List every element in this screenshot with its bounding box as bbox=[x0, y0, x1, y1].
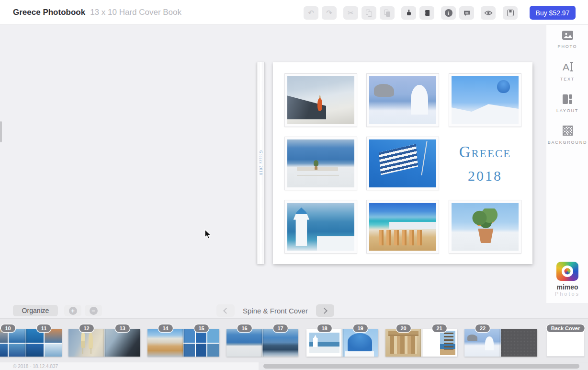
paste-button[interactable] bbox=[380, 6, 395, 20]
remove-pages-button[interactable]: − bbox=[85, 305, 102, 316]
spread-22[interactable]: 22 bbox=[464, 329, 537, 357]
page-badge: 21 bbox=[432, 324, 446, 332]
brand-sub: Photos bbox=[546, 291, 588, 297]
spread-16-17[interactable]: 16 17 bbox=[226, 329, 298, 357]
page-badge: 11 bbox=[37, 324, 51, 332]
spread-18-19[interactable]: 18 19 bbox=[306, 329, 378, 357]
tool-layout[interactable]: LAYOUT bbox=[546, 94, 588, 113]
book-spine[interactable]: Greece 2018 bbox=[257, 62, 265, 264]
style-group bbox=[401, 6, 434, 20]
page-badge: 22 bbox=[475, 324, 490, 332]
spread-gutter bbox=[102, 329, 106, 357]
copy-icon bbox=[366, 10, 372, 17]
page-badge: 20 bbox=[396, 324, 410, 332]
photobook-editor-window: Greece Photobook 13 x 10 Hard Cover Book… bbox=[0, 0, 588, 370]
horizontal-scrollbar-thumb[interactable] bbox=[263, 364, 579, 369]
undo-icon: ↶ bbox=[308, 10, 314, 17]
chevron-right-icon bbox=[321, 308, 328, 314]
page-thumb-back-cover bbox=[546, 329, 585, 357]
page-badge: 16 bbox=[237, 324, 251, 332]
page-thumb-20 bbox=[385, 329, 421, 357]
project-title: Greece Photobook bbox=[13, 8, 85, 17]
cover-photo-slot[interactable] bbox=[366, 73, 439, 127]
layout-icon bbox=[563, 94, 572, 104]
spread-12-13[interactable]: 12 13 bbox=[68, 329, 140, 357]
page-badge: 12 bbox=[79, 324, 93, 332]
spread-gutter bbox=[260, 329, 264, 357]
photo-icon bbox=[562, 31, 573, 40]
page-thumb-22 bbox=[464, 329, 501, 357]
save-icon bbox=[507, 10, 514, 16]
page-thumb-21 bbox=[421, 329, 457, 357]
next-page-button[interactable] bbox=[316, 304, 334, 317]
page-thumb-inside-back bbox=[501, 329, 537, 357]
photo-greek-flag bbox=[369, 139, 436, 187]
cover-photo-slot[interactable] bbox=[449, 200, 521, 254]
redo-button[interactable]: ↷ bbox=[322, 6, 337, 20]
spread-20-21[interactable]: 20 21 bbox=[385, 329, 457, 357]
page-thumb-10 bbox=[0, 329, 26, 357]
info-icon: i bbox=[445, 9, 452, 17]
status-footer: © 2018 - 18.12.4.837 bbox=[0, 362, 588, 370]
brand-name: mimeo bbox=[546, 283, 588, 291]
cover-photo-slot[interactable] bbox=[284, 73, 357, 127]
cover-button[interactable] bbox=[419, 6, 434, 20]
tool-photo[interactable]: PHOTO bbox=[546, 31, 588, 49]
page-thumb-19 bbox=[342, 329, 378, 357]
cover-photo-slot[interactable] bbox=[284, 200, 357, 254]
cover-photo-slot[interactable] bbox=[366, 137, 439, 190]
cover-photo-slot[interactable] bbox=[284, 137, 357, 190]
info-button[interactable]: i bbox=[441, 6, 456, 20]
header-bar: Greece Photobook 13 x 10 Hard Cover Book… bbox=[0, 0, 588, 25]
left-scrollbar-thumb[interactable] bbox=[0, 121, 2, 142]
page-badge: 10 bbox=[0, 324, 15, 332]
editor-canvas: Greece 2018 Greece 2018 bbox=[0, 25, 546, 303]
spread-gutter bbox=[340, 329, 344, 357]
info-group: i bbox=[441, 6, 474, 20]
page-thumb-18 bbox=[306, 329, 342, 357]
cover-title-line2: 2018 bbox=[468, 168, 502, 184]
text-icon: A bbox=[563, 62, 572, 72]
tool-photo-label: PHOTO bbox=[558, 44, 577, 49]
add-pages-button[interactable]: + bbox=[64, 305, 81, 316]
tool-layout-label: LAYOUT bbox=[556, 108, 578, 113]
plus-icon: + bbox=[69, 307, 77, 315]
previous-page-button[interactable] bbox=[216, 304, 235, 317]
spread-back-cover[interactable]: Back Cover bbox=[546, 329, 585, 357]
paste-icon bbox=[384, 10, 390, 17]
buy-button[interactable]: Buy $52.97 bbox=[530, 6, 576, 20]
tool-background[interactable]: BACKGROUND bbox=[546, 126, 588, 145]
cover-photo-slot[interactable] bbox=[449, 73, 521, 127]
page-badge: 17 bbox=[273, 324, 287, 332]
scissors-icon: ✂ bbox=[348, 10, 354, 17]
current-page-label: Spine & Front Cover bbox=[239, 303, 311, 318]
tool-text[interactable]: A TEXT bbox=[546, 62, 588, 81]
clipboard-group: ✂ bbox=[343, 6, 395, 20]
spread-14-15[interactable]: 14 15 bbox=[147, 329, 219, 357]
preview-button[interactable] bbox=[481, 6, 496, 20]
comments-button[interactable] bbox=[459, 6, 474, 20]
cover-photo-slot[interactable] bbox=[366, 200, 439, 254]
organize-button[interactable]: Organize bbox=[13, 305, 58, 316]
page-badge: 19 bbox=[353, 324, 367, 332]
comment-bubble-icon bbox=[463, 10, 471, 17]
undo-button[interactable]: ↶ bbox=[304, 6, 318, 20]
spread-10-11[interactable]: 10 11 bbox=[0, 329, 62, 357]
cut-button[interactable]: ✂ bbox=[343, 6, 358, 20]
tool-background-label: BACKGROUND bbox=[548, 140, 588, 145]
copy-button[interactable] bbox=[362, 6, 376, 20]
page-thumb-13 bbox=[104, 329, 140, 357]
photo-santorini-walkway bbox=[287, 76, 354, 124]
mouse-cursor bbox=[204, 229, 212, 239]
edit-style-button[interactable] bbox=[401, 6, 416, 20]
page-thumb-15 bbox=[183, 329, 219, 357]
product-subtitle: 13 x 10 Hard Cover Book bbox=[90, 8, 181, 17]
spine-title-text: Greece 2018 bbox=[259, 150, 263, 175]
front-cover-page: Greece 2018 bbox=[273, 62, 532, 264]
page-thumb-17 bbox=[262, 329, 298, 357]
version-text: © 2018 - 18.12.4.837 bbox=[13, 364, 58, 369]
save-button[interactable] bbox=[503, 6, 518, 20]
cover-title-textbox[interactable]: Greece 2018 bbox=[449, 137, 521, 190]
tool-text-label: TEXT bbox=[560, 77, 575, 81]
page-thumb-12 bbox=[68, 329, 104, 357]
